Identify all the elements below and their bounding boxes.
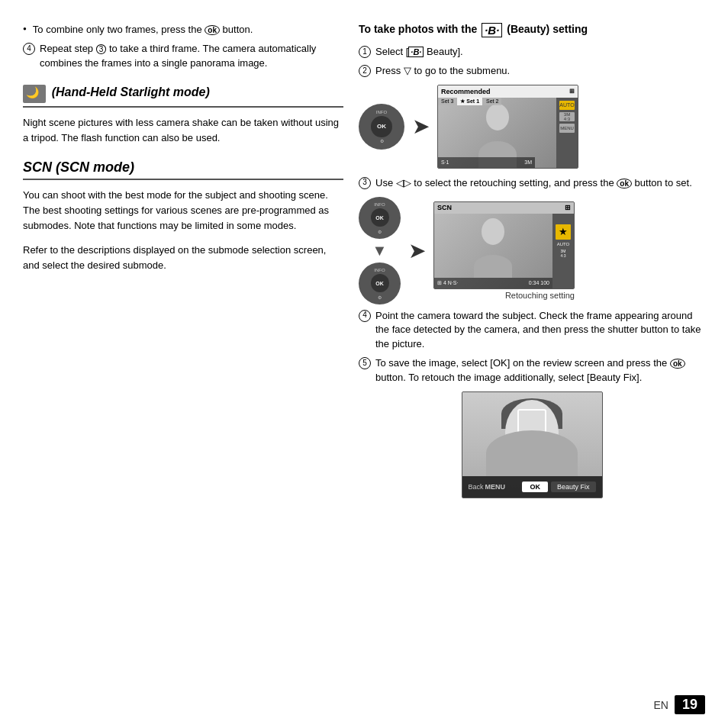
screen1-tab-set3: Set 3 bbox=[438, 98, 456, 105]
ok-button-1[interactable]: INFO OK ⚙ bbox=[359, 104, 404, 150]
screen1-topbar: Recommended ⊞ bbox=[438, 85, 578, 98]
down-arrow: ▼ bbox=[372, 242, 388, 259]
screen1-bottom: S·1 3M bbox=[438, 157, 535, 168]
right-step4-text: Point the camera toward the subject. Che… bbox=[375, 309, 705, 353]
screen3-back-label: Back bbox=[469, 483, 484, 491]
right-arrow-2: ➤ bbox=[408, 238, 426, 263]
right-step2-num: 2 bbox=[359, 65, 371, 77]
screen3-bottombar: Back MENU OK Beauty Fix bbox=[462, 476, 602, 498]
screen1-rightbar: AUTO 3M4:3 MENU bbox=[556, 98, 578, 168]
screen3-back-section: Back MENU bbox=[469, 483, 506, 491]
ok-inner-2b[interactable]: OK bbox=[371, 274, 389, 292]
scn-body2: Refer to the descriptions displayed on t… bbox=[23, 243, 343, 273]
screen2-rightbar: ★ AUTO 3M4:3 bbox=[552, 214, 574, 288]
starlight-title: (Hand-Held Starlight mode) bbox=[52, 85, 210, 98]
right-step2: 2 Press ▽ to go to the submenu. bbox=[359, 64, 705, 79]
portrait-body bbox=[486, 430, 578, 476]
right-step5-text: To save the image, select [OK] on the re… bbox=[375, 356, 705, 385]
screen2-star: ★ bbox=[556, 224, 571, 240]
ok-button-2b[interactable]: INFO OK ⚙ bbox=[359, 263, 401, 304]
right-step2-text: Press ▽ to go to the submenu. bbox=[375, 64, 510, 79]
page: ● To combine only two frames, press the … bbox=[0, 0, 728, 728]
ok-bottom-label: ⚙ bbox=[380, 138, 384, 143]
screen3-menu-label: MENU bbox=[485, 483, 506, 491]
step4-item: 4 Repeat step 3 to take a third frame. T… bbox=[23, 42, 343, 71]
ok-bottom-2b: ⚙ bbox=[378, 295, 382, 300]
footer-page-num: 19 bbox=[675, 695, 705, 714]
right-column: To take photos with the ·B· (Beauty) set… bbox=[359, 23, 705, 705]
screen1-auto-icon: AUTO bbox=[559, 101, 575, 110]
right-step3-num: 3 bbox=[359, 177, 371, 189]
screen2-row: INFO OK ⚙ ▼ INFO OK ⚙ ➤ bbox=[359, 197, 705, 304]
screen1-res-icon: 3M4:3 bbox=[559, 112, 575, 121]
right-arrow-1: ➤ bbox=[412, 114, 430, 139]
screen3-beauty-fix-button[interactable]: Beauty Fix bbox=[551, 482, 596, 492]
right-step5: 5 To save the image, select [OK] on the … bbox=[359, 356, 705, 385]
step4-text: Repeat step 3 to take a third frame. The… bbox=[40, 42, 343, 71]
beauty-heading: To take photos with the ·B· (Beauty) set… bbox=[359, 23, 705, 37]
ok-inner-2a[interactable]: OK bbox=[371, 208, 389, 227]
beauty-screen-1: Recommended ⊞ Set 3 ★ Set 1 bbox=[437, 85, 578, 169]
beauty-screen-2: SCN ⊞ ★ AUTO 3M4:3 ⊞ 4 N·S· 0:3 bbox=[433, 201, 575, 289]
bullet-dot: ● bbox=[23, 24, 27, 34]
screen3-container: Back MENU OK Beauty Fix bbox=[359, 391, 705, 498]
left-column: ● To combine only two frames, press the … bbox=[23, 23, 343, 705]
info-label-2b: INFO bbox=[374, 268, 385, 272]
screen2-bottom: ⊞ 4 N·S· 0:34 100 bbox=[434, 278, 552, 288]
footer-lang: EN bbox=[654, 699, 668, 711]
info-label-2a: INFO bbox=[374, 202, 385, 207]
bullet-section: ● To combine only two frames, press the … bbox=[23, 23, 343, 71]
screen1-menu-icon: MENU bbox=[559, 124, 575, 133]
ok-bottom-2a: ⚙ bbox=[378, 229, 382, 234]
scn-section-heading: SCN (SCN mode) bbox=[23, 159, 343, 180]
starlight-body: Night scene pictures with less camera sh… bbox=[23, 115, 343, 146]
info-label: INFO bbox=[376, 110, 387, 114]
beauty-b-icon: ·B· bbox=[482, 23, 502, 37]
right-step3-text: Use ◁▷ to select the retouching setting,… bbox=[375, 176, 692, 191]
retouching-label: Retouching setting bbox=[433, 291, 575, 300]
ok-button-2a[interactable]: INFO OK ⚙ bbox=[359, 197, 401, 239]
screen1-row: INFO OK ⚙ ➤ Recommended ⊞ bbox=[359, 85, 705, 169]
right-step4-num: 4 bbox=[359, 310, 371, 322]
screen2-grid-icon: ⊞ bbox=[565, 204, 571, 211]
screen3-ok-button[interactable]: OK bbox=[522, 482, 548, 492]
screen1-tab-set2: Set 2 bbox=[483, 98, 501, 105]
screen1-recommended-label: Recommended bbox=[441, 88, 491, 95]
beauty-screen-3: Back MENU OK Beauty Fix bbox=[462, 391, 603, 498]
ok-stack-2: INFO OK ⚙ ▼ INFO OK ⚙ bbox=[359, 197, 401, 304]
screen1-tab-set1: ★ Set 1 bbox=[457, 98, 482, 105]
screen2-scn-label: SCN bbox=[437, 204, 452, 211]
right-step1: 1 Select [·B· Beauty]. bbox=[359, 45, 705, 60]
screen1-grid-icon: ⊞ bbox=[569, 88, 575, 95]
right-step1-text: Select [·B· Beauty]. bbox=[375, 45, 463, 60]
page-footer: EN 19 bbox=[654, 695, 705, 714]
bullet-item-combine: ● To combine only two frames, press the … bbox=[23, 23, 343, 37]
ok-inner-1[interactable]: OK bbox=[371, 116, 392, 137]
right-step3: 3 Use ◁▷ to select the retouching settin… bbox=[359, 176, 705, 191]
step4-num: 4 bbox=[23, 43, 35, 55]
scn-title: SCN (SCN mode) bbox=[23, 159, 134, 175]
bullet-text-combine: To combine only two frames, press the ok… bbox=[33, 23, 253, 37]
starlight-icon: 🌙 bbox=[23, 85, 46, 103]
starlight-section-heading: 🌙 (Hand-Held Starlight mode) bbox=[23, 85, 343, 108]
right-step5-num: 5 bbox=[359, 357, 371, 369]
screen3-action-buttons: OK Beauty Fix bbox=[522, 482, 595, 492]
right-step1-num: 1 bbox=[359, 46, 371, 58]
screen2-topbar: SCN ⊞ bbox=[434, 202, 574, 214]
right-step4: 4 Point the camera toward the subject. C… bbox=[359, 309, 705, 353]
scn-body1: You can shoot with the best mode for the… bbox=[23, 188, 343, 234]
